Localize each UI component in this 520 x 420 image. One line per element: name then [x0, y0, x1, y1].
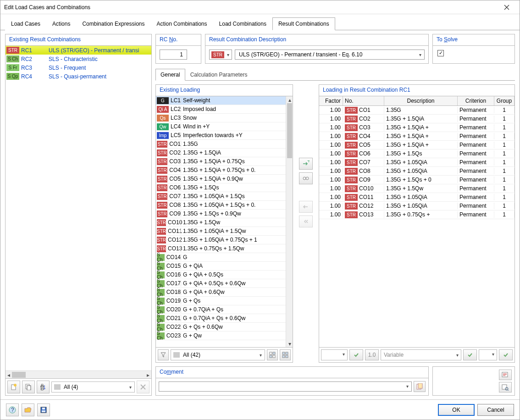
apply-group-button[interactable] [499, 349, 513, 360]
loading-row[interactable]: ImpLC5Imperfection towards +Y [156, 131, 286, 140]
loading-row[interactable]: S ChCO23G + Qw [156, 332, 286, 340]
tab-action-combinations[interactable]: Action Combinations [150, 17, 213, 30]
rc-table-body[interactable]: 1.00STRCO11.35GPermanent11.00STRCO21.35G… [319, 106, 514, 347]
loading-row[interactable]: STRCO31.35G + 1.5QiA + 0.75Qs [156, 157, 286, 166]
loading-row[interactable]: S ChCO14G [156, 253, 286, 262]
comment-library-button[interactable] [414, 381, 426, 392]
rc-table-row[interactable]: 1.00STRCO61.35G + 1.5QsPermanent1 [319, 149, 514, 158]
loading-row[interactable]: STRCO21.35G + 1.5QiA [156, 149, 286, 157]
rc-table-row[interactable]: 1.00STRCO41.35G + 1.5QiA +Permanent1 [319, 132, 514, 141]
preview-button[interactable] [499, 382, 512, 392]
rc-table-row[interactable]: 1.00STRCO121.35G + 1.05QiAPermanent1 [319, 202, 514, 210]
loading-row[interactable]: S ChCO22G + Qs + 0.6Qw [156, 323, 286, 332]
ds-text-combo[interactable]: ULS (STR/GEO) - Permanent / transient - … [235, 50, 425, 60]
tab-result-combinations[interactable]: Result Combinations [272, 17, 335, 30]
loading-row[interactable]: STRCO111.35G + 1.05QiA + 1.5Qw [156, 227, 286, 236]
loading-row[interactable]: STRCO11.35G [156, 140, 286, 149]
loading-row[interactable]: S ChCO18G + QiA + 0.6Qw [156, 288, 286, 297]
tab-combination-expressions[interactable]: Combination Expressions [76, 17, 150, 30]
existing-loading-list[interactable]: GLC1Self-weightQi ALC2Imposed loadQsLC3S… [156, 96, 286, 347]
ds-badge-combo[interactable]: STR [209, 50, 232, 60]
loading-row[interactable]: Qi ALC2Imposed load [156, 105, 286, 114]
tab-load-combinations[interactable]: Load Combinations [213, 17, 272, 30]
apply-factor-button[interactable] [349, 349, 363, 360]
rc-table-row[interactable]: 1.00STRCO131.35G + 0.75Qs +Permanent1 [319, 210, 514, 219]
new-button[interactable] [7, 381, 20, 393]
rc-table-row[interactable]: 1.00STRCO81.35G + 1.05QiAPermanent1 [319, 167, 514, 176]
rc-table-row[interactable]: 1.00STRCO31.35G + 1.5QiA +Permanent1 [319, 123, 514, 132]
comment-input[interactable] [159, 381, 412, 392]
solve-checkbox[interactable]: ✓ [437, 50, 444, 56]
rc-table-row[interactable]: 1.00STRCO91.35G + 1.5Qs + 0Permanent1 [319, 176, 514, 184]
filter-icon [160, 352, 166, 358]
rc-table-row[interactable]: 1.00STRCO11.35GPermanent1 [319, 106, 514, 115]
remove-one-button[interactable] [299, 201, 313, 213]
loading-row[interactable]: STRCO131.35G + 0.75Qs + 1.5Qw [156, 244, 286, 253]
help-button[interactable]: ? [6, 403, 19, 416]
loading-row[interactable]: QwLC4Wind in +Y [156, 122, 286, 131]
delete-button[interactable] [137, 381, 149, 393]
filter-button[interactable] [158, 349, 169, 360]
scroll-down-icon[interactable]: ▾ [286, 340, 293, 347]
select-multi-button[interactable] [267, 349, 278, 360]
criterion-combo[interactable]: Variable [381, 349, 461, 360]
vertical-scrollbar[interactable]: ▴ ▾ [286, 96, 293, 347]
scroll-right-arrow[interactable]: ▸ [145, 371, 151, 379]
details-button[interactable] [499, 370, 512, 380]
add-one-button[interactable]: + [299, 158, 313, 170]
rc-table-row[interactable]: 1.00STRCO101.35G + 1.5QwPermanent1 [319, 184, 514, 193]
close-button[interactable] [498, 1, 516, 14]
select-all-button[interactable] [280, 349, 291, 360]
add-link-button[interactable] [299, 172, 313, 184]
save-button[interactable] [37, 403, 50, 416]
svg-rect-13 [286, 355, 288, 358]
loading-filter-combo[interactable]: All (42) [171, 349, 265, 360]
loading-row[interactable]: STRCO61.35G + 1.5Qs [156, 183, 286, 192]
rc-no-input[interactable]: 1 [160, 50, 187, 60]
scroll-up-icon[interactable]: ▴ [286, 96, 293, 103]
loading-row[interactable]: STRCO71.35G + 1.05QiA + 1.5Qs [156, 192, 286, 201]
rc-row[interactable]: S FrRC3SLS - Frequent [6, 63, 151, 72]
rc-row[interactable]: S QpRC4SLS - Quasi-permanent [6, 72, 151, 81]
loading-row[interactable]: STRCO41.35G + 1.5QiA + 0.75Qs + 0. [156, 166, 286, 175]
factor-input[interactable] [321, 349, 348, 360]
loading-row[interactable]: STRCO91.35G + 1.5Qs + 0.9Qw [156, 210, 286, 218]
subtab-calculation-parameters[interactable]: Calculation Parameters [185, 69, 253, 81]
loading-row[interactable]: S ChCO19G + Qs [156, 297, 286, 305]
rc-table-row[interactable]: 1.00STRCO51.35G + 1.5QiA +Permanent1 [319, 141, 514, 149]
remove-all-button[interactable] [299, 216, 313, 227]
group-input[interactable] [479, 349, 497, 360]
loading-row[interactable]: S ChCO20G + 0.7QiA + Qs [156, 305, 286, 314]
loading-row[interactable]: S ChCO16G + QiA + 0.5Qs [156, 271, 286, 279]
loading-row[interactable]: STRCO121.35G + 1.05QiA + 0.75Qs + 1 [156, 236, 286, 244]
scroll-thumb[interactable] [287, 103, 292, 158]
copy-button[interactable] [22, 381, 35, 393]
rc-row[interactable]: S ChRC2SLS - Characteristic [6, 55, 151, 63]
scroll-left-arrow[interactable]: ◂ [6, 371, 12, 379]
sort-button[interactable]: AB [37, 381, 50, 393]
loading-row[interactable]: QsLC3Snow [156, 114, 286, 122]
loading-row[interactable]: STRCO101.35G + 1.5Qw [156, 218, 286, 227]
apply-criterion-button[interactable] [463, 349, 477, 360]
loading-row[interactable]: S ChCO17G + QiA + 0.5Qs + 0.6Qw [156, 279, 286, 288]
rc-table-row[interactable]: 1.00STRCO111.35G + 1.05QiAPermanent1 [319, 193, 514, 202]
loading-row[interactable]: S ChCO21G + 0.7QiA + Qs + 0.6Qw [156, 314, 286, 323]
rc-list[interactable]: STRRC1ULS (STR/GEO) - Permanent / transi… [6, 46, 151, 370]
subtab-general[interactable]: General [155, 69, 185, 81]
tab-load-cases[interactable]: Load Cases [5, 17, 46, 30]
ok-button[interactable]: OK [438, 404, 475, 416]
filter-combo[interactable]: All (4) [51, 381, 135, 392]
rc-table-row[interactable]: 1.00STRCO71.35G + 1.05QiAPermanent1 [319, 158, 514, 167]
open-button[interactable] [22, 403, 34, 416]
loading-text: G + Qw [181, 332, 286, 339]
scroll-thumb[interactable] [12, 372, 26, 378]
loading-row[interactable]: S ChCO15G + QiA [156, 262, 286, 271]
loading-row[interactable]: STRCO51.35G + 1.5QiA + 0.9Qw [156, 175, 286, 183]
loading-row[interactable]: STRCO81.35G + 1.05QiA + 1.5Qs + 0. [156, 201, 286, 210]
rc-table-row[interactable]: 1.00STRCO21.35G + 1.5QiAPermanent1 [319, 115, 514, 123]
rc-row[interactable]: STRRC1ULS (STR/GEO) - Permanent / transi [6, 46, 151, 55]
tab-actions[interactable]: Actions [46, 17, 76, 30]
horizontal-scrollbar[interactable]: ◂ ▸ [6, 370, 151, 378]
loading-row[interactable]: GLC1Self-weight [156, 96, 286, 105]
cancel-button[interactable]: Cancel [477, 404, 514, 416]
